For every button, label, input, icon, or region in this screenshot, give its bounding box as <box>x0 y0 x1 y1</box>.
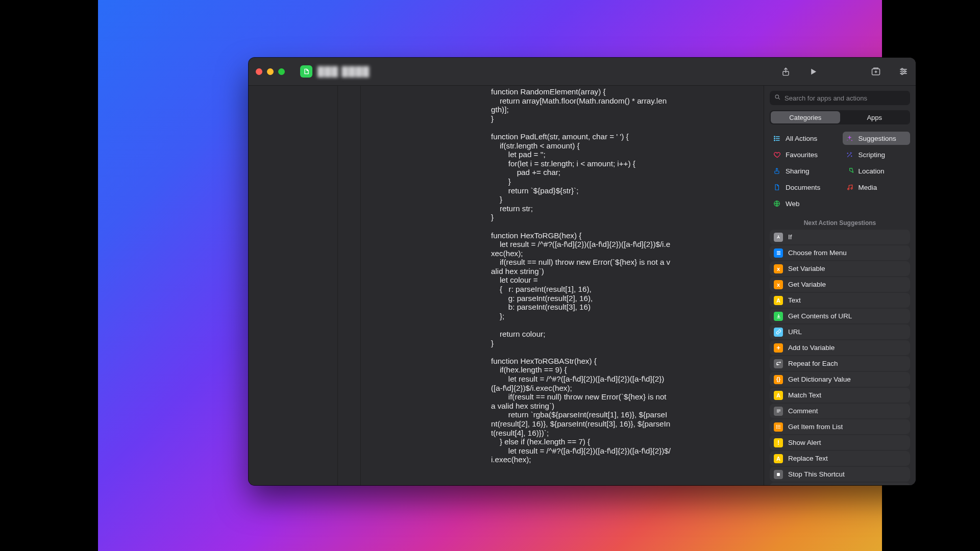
wand-icon <box>846 151 854 159</box>
action-show-alert[interactable]: !Show Alert <box>770 435 910 450</box>
action-label: Match Text <box>788 391 821 399</box>
editor-gutter-1 <box>249 86 338 485</box>
action-label: URL <box>788 328 802 336</box>
category-sugg[interactable]: Suggestions <box>843 132 911 145</box>
shortcuts-window: ███ ████ <box>249 58 916 485</box>
category-loc[interactable]: Location <box>843 164 911 178</box>
svg-point-15 <box>851 188 852 189</box>
editor-pane: function RandomElement(array) { return a… <box>249 86 764 485</box>
close-button[interactable] <box>256 68 262 75</box>
category-docs[interactable]: Documents <box>770 181 838 194</box>
action-get-dictionary-value[interactable]: {}Get Dictionary Value <box>770 372 910 387</box>
search-icon <box>774 93 781 103</box>
svg-point-5 <box>775 95 779 98</box>
action-text[interactable]: AText <box>770 293 910 308</box>
action-stop-this-shortcut[interactable]: Stop This Shortcut <box>770 467 910 482</box>
svg-point-3 <box>904 70 905 72</box>
svg-point-6 <box>774 136 775 137</box>
run-icon[interactable] <box>808 66 818 77</box>
minimize-button[interactable] <box>267 68 274 75</box>
action-match-text[interactable]: AMatch Text <box>770 388 910 403</box>
code-text[interactable]: function RandomElement(array) { return a… <box>491 87 671 464</box>
heart-icon <box>773 151 781 159</box>
action-label: Get Variable <box>788 281 826 288</box>
toolbar-right <box>780 66 909 77</box>
category-label: Favourites <box>786 151 818 159</box>
search-field[interactable] <box>770 91 910 105</box>
category-share[interactable]: Sharing <box>770 164 838 178</box>
action-add-to-variable[interactable]: +Add to Variable <box>770 340 910 355</box>
category-label: Documents <box>786 184 820 191</box>
action-label: Replace Text <box>788 455 828 462</box>
action-get-contents-of-url[interactable]: Get Contents of URL <box>770 309 910 323</box>
action-get-item-from-list[interactable]: Get Item from List <box>770 419 910 434</box>
svg-rect-19 <box>776 254 780 255</box>
action-icon <box>774 470 783 479</box>
shortcut-icon <box>300 65 312 78</box>
svg-rect-18 <box>776 253 780 253</box>
category-script[interactable]: Scripting <box>843 148 911 161</box>
suggestions-list[interactable]: IfChoose from MenuxSet VariablexGet Vari… <box>764 230 916 485</box>
action-repeat-for-each[interactable]: Repeat for Each <box>770 356 910 371</box>
action-label: Choose from Menu <box>788 249 847 257</box>
svg-point-11 <box>847 153 848 153</box>
list-icon <box>773 134 781 142</box>
action-comment[interactable]: Comment <box>770 404 910 418</box>
maximize-button[interactable] <box>278 68 285 75</box>
action-icon: x <box>774 280 783 289</box>
share-icon[interactable] <box>780 66 791 77</box>
settings-icon[interactable] <box>898 66 909 77</box>
action-get-variable[interactable]: xGet Variable <box>770 277 910 292</box>
category-media[interactable]: Media <box>843 181 911 194</box>
svg-point-4 <box>901 73 903 74</box>
svg-point-14 <box>847 188 849 190</box>
desktop-wallpaper: ███ ████ <box>98 0 882 551</box>
library-icon[interactable] <box>871 66 881 77</box>
category-label: Sharing <box>786 167 810 175</box>
segment-apps[interactable]: Apps <box>840 111 910 123</box>
category-all[interactable]: All Actions <box>770 132 838 145</box>
action-choose-from-menu[interactable]: Choose from Menu <box>770 245 910 260</box>
segmented-control[interactable]: Categories Apps <box>770 110 910 124</box>
action-icon: A <box>774 391 783 400</box>
svg-point-20 <box>776 425 777 425</box>
action-count[interactable]: #Count <box>770 483 910 485</box>
action-icon <box>774 328 783 337</box>
action-replace-text[interactable]: AReplace Text <box>770 451 910 466</box>
action-label: Comment <box>788 407 818 415</box>
category-label: Media <box>859 184 877 191</box>
category-fav[interactable]: Favourites <box>770 148 838 161</box>
action-url[interactable]: URL <box>770 324 910 339</box>
window-body: function RandomElement(array) { return a… <box>249 86 916 485</box>
doc-icon <box>773 183 781 191</box>
category-label: Suggestions <box>859 135 896 142</box>
category-label: Web <box>786 200 800 208</box>
svg-point-10 <box>847 140 848 140</box>
action-label: Set Variable <box>788 265 825 272</box>
action-icon <box>774 422 783 432</box>
code-column: function RandomElement(array) { return a… <box>361 86 764 485</box>
code-action-block[interactable]: function RandomElement(array) { return a… <box>491 86 671 485</box>
action-label: Get Item from List <box>788 423 843 431</box>
action-icon <box>774 248 783 258</box>
svg-point-12 <box>851 156 852 156</box>
svg-point-2 <box>901 68 903 70</box>
app-title-area: ███ ████ <box>300 65 370 78</box>
actions-sidebar: Categories Apps All ActionsSuggestionsFa… <box>764 86 916 485</box>
action-if[interactable]: If <box>770 230 910 244</box>
svg-point-22 <box>776 428 777 429</box>
action-icon <box>774 407 783 416</box>
action-icon: + <box>774 343 783 353</box>
action-label: Repeat for Each <box>788 360 838 367</box>
action-icon: {} <box>774 375 783 384</box>
action-set-variable[interactable]: xSet Variable <box>770 261 910 276</box>
category-label: All Actions <box>786 135 817 142</box>
suggestions-header: Next Action Suggestions <box>764 219 916 227</box>
svg-point-9 <box>851 140 852 141</box>
action-icon <box>774 233 783 242</box>
pin-icon <box>846 167 854 175</box>
search-input[interactable] <box>785 94 905 102</box>
category-web[interactable]: Web <box>770 197 838 210</box>
segment-categories[interactable]: Categories <box>771 111 840 123</box>
action-icon <box>774 312 783 321</box>
